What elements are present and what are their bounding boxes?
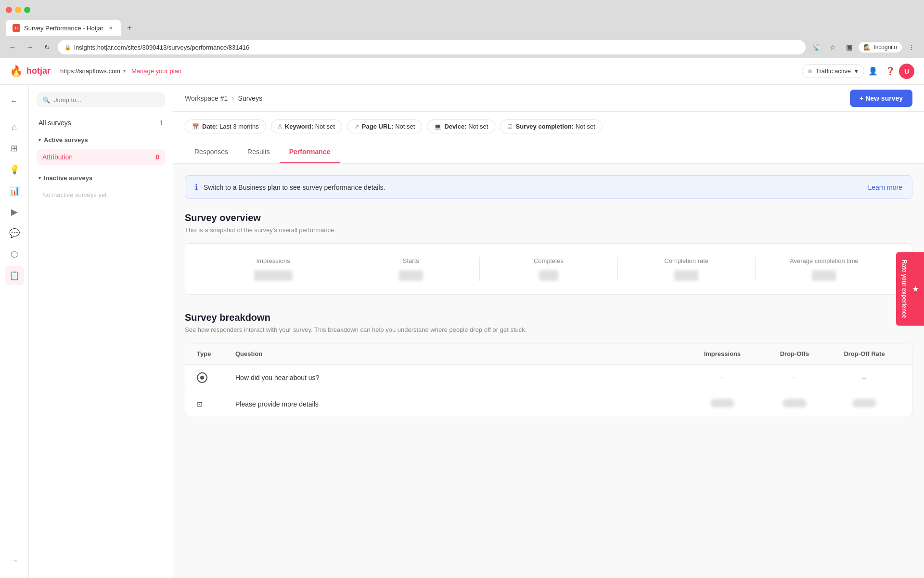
th-dropoffs: Drop-Offs: [761, 350, 828, 357]
search-icon: 🔍: [42, 96, 50, 104]
row1-type: [197, 372, 235, 383]
refresh-button[interactable]: ↻: [40, 40, 54, 54]
new-tab-button[interactable]: +: [123, 21, 136, 35]
starts-label: Starts: [403, 257, 419, 264]
tabs-row: Responses Results Performance: [173, 141, 924, 164]
search-box[interactable]: 🔍: [37, 92, 165, 107]
attribution-label: Attribution: [42, 153, 73, 161]
back-navigation-button[interactable]: ←: [6, 92, 23, 110]
browser-chrome: H Survey Performance - Hotjar ✕ + ← → ↻ …: [0, 0, 924, 58]
device-filter-icon: 💻: [434, 123, 441, 130]
all-surveys-row[interactable]: All surveys 1: [37, 115, 165, 131]
sidebar-icon[interactable]: ▣: [842, 40, 856, 54]
survey-completion-filter[interactable]: ☑ Survey completion: Not set: [500, 119, 602, 133]
address-bar[interactable]: 🔒 insights.hotjar.com/sites/3090413/surv…: [58, 40, 806, 54]
breadcrumb-workspace[interactable]: Workspace #1: [185, 94, 228, 102]
forward-button[interactable]: →: [23, 40, 37, 54]
sidebar-surveys-button[interactable]: 📋: [5, 266, 24, 285]
traffic-dot: [808, 69, 812, 73]
tab-responses[interactable]: Responses: [185, 141, 238, 163]
bookmark-icon[interactable]: ☆: [826, 40, 839, 54]
close-window-button[interactable]: [6, 7, 12, 13]
browser-actions: 📡 ☆ ▣ 🕵️ Incognito ⋮: [809, 40, 918, 54]
sidebar-icons-bottom: →: [5, 551, 24, 570]
row1-impressions: --: [684, 374, 761, 381]
close-tab-button[interactable]: ✕: [107, 25, 114, 31]
address-text: insights.hotjar.com/sites/3090413/survey…: [74, 44, 249, 51]
learn-more-link[interactable]: Learn more: [868, 184, 902, 191]
avatar[interactable]: U: [899, 64, 914, 79]
row2-dropoff-rate: [828, 399, 900, 409]
sidebar-home-button[interactable]: ⌂: [5, 118, 24, 137]
page-url-filter[interactable]: ↗ Page URL: Not set: [347, 119, 423, 133]
row2-question: Please provide more details: [235, 400, 684, 408]
row2-impressions-blur: [710, 399, 734, 407]
table-row: How did you hear about us? -- -- –: [185, 365, 912, 391]
survey-completion-label: Survey completion: Not set: [515, 123, 595, 130]
completes-value: [539, 270, 558, 281]
breadcrumb-separator: ›: [231, 94, 234, 103]
sidebar-lightbulb-button[interactable]: 💡: [5, 160, 24, 179]
row1-dropoff-rate: –: [828, 374, 900, 381]
date-filter[interactable]: 📅 Date: Last 3 months: [185, 119, 266, 133]
keyword-filter[interactable]: A Keyword: Not set: [271, 119, 342, 133]
tab-bar: H Survey Performance - Hotjar ✕ +: [0, 19, 924, 37]
active-surveys-header[interactable]: ▾ Active surveys: [37, 132, 165, 147]
content-area: ℹ Switch to a Business plan to see surve…: [173, 164, 924, 429]
text-type-icon: ⊡: [197, 400, 203, 408]
metrics-card: Impressions Starts Completes Completion …: [185, 243, 912, 295]
address-bar-row: ← → ↻ 🔒 insights.hotjar.com/sites/309041…: [0, 37, 924, 58]
device-filter[interactable]: 💻 Device: Not set: [427, 119, 495, 133]
site-dropdown-arrow: ▾: [123, 68, 126, 74]
attribution-survey-item[interactable]: Attribution 0: [37, 149, 165, 165]
avg-completion-metric: Average completion time: [756, 257, 893, 281]
page-url-filter-icon: ↗: [354, 123, 359, 130]
feedback-tab[interactable]: ★ Rate your experience: [896, 252, 924, 326]
cast-icon[interactable]: 📡: [809, 40, 823, 54]
th-type: Type: [197, 350, 235, 357]
browser-menu-button[interactable]: ⋮: [905, 40, 918, 54]
hotjar-logo[interactable]: 🔥 hotjar: [10, 65, 51, 78]
sidebar-recording-button[interactable]: ▶: [5, 202, 24, 222]
th-dropoff-rate: Drop-Off Rate: [828, 350, 900, 357]
feedback-tab-label: Rate your experience: [901, 260, 908, 318]
add-user-button[interactable]: 👤: [864, 63, 882, 80]
back-button[interactable]: ←: [6, 40, 19, 54]
impressions-label: Impressions: [257, 257, 290, 264]
traffic-status-button[interactable]: Traffic active ▾: [802, 64, 864, 78]
sidebar-icons: ← ⌂ ⊞ 💡 📊 ▶ 💬 ⬡ 📋 →: [0, 85, 29, 578]
new-survey-button[interactable]: + New survey: [850, 90, 912, 107]
completion-rate-label: Completion rate: [664, 257, 708, 264]
breadcrumb-current: Surveys: [238, 94, 263, 102]
help-button[interactable]: ❓: [882, 63, 899, 80]
header-url[interactable]: https://snapflows.com ▾: [60, 67, 126, 75]
tab-label: Survey Performance - Hotjar: [24, 25, 103, 32]
hotjar-logo-icon: 🔥: [10, 65, 23, 78]
inactive-surveys-arrow: ▾: [38, 175, 41, 181]
browser-tab-active[interactable]: H Survey Performance - Hotjar ✕: [6, 20, 121, 36]
tab-performance[interactable]: Performance: [280, 141, 340, 163]
new-survey-label: + New survey: [860, 94, 903, 102]
inactive-surveys-header[interactable]: ▾ Inactive surveys: [37, 171, 165, 185]
sidebar-expand-button[interactable]: →: [5, 551, 24, 570]
sidebar-heatmap-button[interactable]: 📊: [5, 181, 24, 200]
active-surveys-label: Active surveys: [44, 136, 88, 144]
page-url-filter-label: Page URL: Not set: [362, 123, 415, 130]
table-row: ⊡ Please provide more details: [185, 391, 912, 417]
sidebar-grid-button[interactable]: ⊞: [5, 139, 24, 158]
tab-results[interactable]: Results: [238, 141, 280, 163]
search-input[interactable]: [54, 96, 159, 104]
sidebar-feedback-button[interactable]: 💬: [5, 223, 24, 243]
sidebar-funnels-button[interactable]: ⬡: [5, 245, 24, 264]
date-filter-label: Date: Last 3 months: [202, 123, 259, 130]
main-content: Workspace #1 › Surveys + New survey 📅 Da…: [173, 85, 924, 578]
filters-row: 📅 Date: Last 3 months A Keyword: Not set…: [173, 112, 924, 141]
maximize-window-button[interactable]: [24, 7, 30, 13]
row2-type: ⊡: [197, 400, 235, 408]
app: 🔥 hotjar https://snapflows.com ▾ Manage …: [0, 58, 924, 578]
info-icon: ℹ: [195, 183, 198, 192]
minimize-window-button[interactable]: [15, 7, 21, 13]
keyword-filter-icon: A: [278, 123, 282, 130]
row2-dropoffs: [761, 399, 828, 409]
manage-plan-link[interactable]: Manage your plan: [131, 67, 181, 75]
